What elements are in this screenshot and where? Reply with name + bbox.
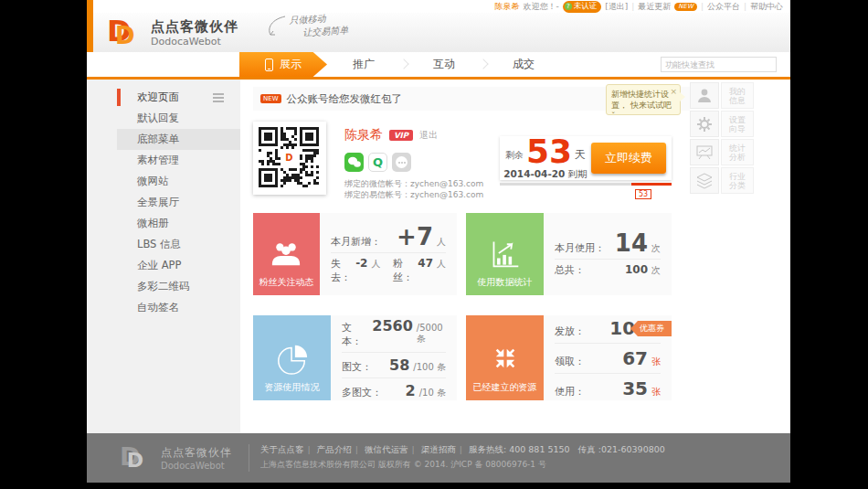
row-unit: 次 xyxy=(651,264,661,277)
row-label: 文本： xyxy=(342,321,365,348)
industry-category-button[interactable] xyxy=(690,167,719,194)
sidebar: 欢迎页面 默认回复 底部菜单 素材管理 微网站 全景展厅 微相册 LBS 信息 … xyxy=(87,80,240,433)
menu-list-icon[interactable] xyxy=(213,93,224,102)
footer-fax: 传真 :021-60390800 xyxy=(578,444,665,454)
tab-tuiguang[interactable]: 推广 xyxy=(327,52,400,77)
quick-menu: 我的信息 设置向导 统计分析 行业分类 xyxy=(690,82,756,196)
collapse-arrows-icon xyxy=(490,343,521,374)
expire-label: 到期 xyxy=(568,168,587,179)
verify-status-badge[interactable]: ?未认证 xyxy=(563,1,602,13)
coupon-card: 已经建立的资源 优惠券 发放： 100 张 领取： 67 张 使用： xyxy=(466,315,672,400)
sidebar-item-lbs[interactable]: LBS 信息 xyxy=(117,234,240,255)
footer-link-wechat-agent[interactable]: 微信代运营 xyxy=(365,444,408,454)
footer-hotline: 服务热线: 400 881 5150 xyxy=(469,444,570,454)
sidebar-item-auto-signature[interactable]: 自动签名 xyxy=(117,297,240,318)
quick-menu-label: 统计分析 xyxy=(721,139,754,165)
qr-code-box: D xyxy=(253,122,326,195)
row-label: 本月新增： xyxy=(331,235,381,249)
row-label: 图文： xyxy=(342,360,372,374)
yixin-glyph: Q xyxy=(373,155,383,169)
topbar-separator: | xyxy=(701,2,704,11)
active-indicator xyxy=(117,89,121,106)
footer-link-channel[interactable]: 渠道招商 xyxy=(421,444,456,454)
progress-tip: 53 xyxy=(635,189,651,199)
topbar-separator: | xyxy=(744,2,746,11)
new-badge: NEW xyxy=(674,3,697,11)
month-usage-value: 14 xyxy=(615,231,648,255)
stats-analysis-button[interactable] xyxy=(690,139,719,165)
header: DD 点点客微伙伴 DodocaWebot 只做移动 让交易简单 xyxy=(87,13,790,52)
stats-setting-tooltip: 新增快捷统计设置， 快来试试吧 ˇ × xyxy=(606,84,681,115)
profile-logout-link[interactable]: 退出 xyxy=(419,129,438,142)
days-unit: 天 xyxy=(575,147,586,167)
main-nav: 展示 推广 互动 成交 xyxy=(87,52,790,77)
chart-up-icon xyxy=(489,239,522,270)
public-platform-link[interactable]: 公众平台 xyxy=(707,1,740,13)
row-unit: /5000 条 xyxy=(417,323,446,345)
topbar-welcome: 欢迎您！- xyxy=(523,1,558,13)
sidebar-item-label: 默认回复 xyxy=(137,112,179,124)
sidebar-item-welcome[interactable]: 欢迎页面 xyxy=(117,87,240,108)
search-input[interactable] xyxy=(662,60,778,69)
new-fans-value: +7 xyxy=(397,225,433,249)
sidebar-item-panorama[interactable]: 全景展厅 xyxy=(117,192,240,213)
card-title: 资源使用情况 xyxy=(253,381,331,394)
sidebar-item-label: 欢迎页面 xyxy=(137,90,179,103)
sidebar-item-bottom-menu[interactable]: 底部菜单 xyxy=(117,129,240,150)
gear-icon xyxy=(696,116,713,133)
row-unit: /100 条 xyxy=(413,361,446,374)
sidebar-item-microsite[interactable]: 微网站 xyxy=(117,171,240,192)
help-center-link[interactable]: 帮助中心 xyxy=(750,1,783,13)
dodoca-logo-icon: DD xyxy=(107,16,143,49)
logo-subtitle: DodocaWebot xyxy=(151,36,238,48)
footer-links: 关于点点客| 产品介绍| 微信代运营| 渠道招商| 服务热线: 400 881 … xyxy=(260,444,665,456)
row-label: 粉丝： xyxy=(393,257,414,284)
claimed-value: 67 xyxy=(622,347,648,369)
fans-card: 粉丝关注动态 本月新增： +7 人 失去： -2 人 粉丝： 47 人 xyxy=(253,213,457,295)
tab-label: 互动 xyxy=(433,57,455,72)
quick-menu-label: 我的信息 xyxy=(721,82,754,109)
card-title: 已经建立的资源 xyxy=(466,381,544,394)
footer: DD 点点客微伙伴 DodocaWebot 关于点点客| 产品介绍| 微信代运营… xyxy=(87,433,790,483)
renewal-panel: 剩余 53 天 2014-04-20 到期 立即续费 xyxy=(500,136,672,180)
footer-separator: | xyxy=(411,444,414,454)
sidebar-item-album[interactable]: 微相册 xyxy=(117,213,240,234)
tab-chengjiao[interactable]: 成交 xyxy=(487,52,560,77)
recent-updates-link[interactable]: 最近更新 xyxy=(638,1,671,13)
quick-menu-label: 设置向导 xyxy=(721,111,754,137)
yixin-binding: 绑定的易信帐号：zychen@163.com xyxy=(344,189,483,201)
sidebar-item-default-reply[interactable]: 默认回复 xyxy=(117,108,240,129)
remaining-days: 53 xyxy=(526,136,572,167)
topbar-username: 陈泉希 xyxy=(494,1,519,13)
row-unit: 人 xyxy=(371,258,380,271)
renew-now-button[interactable]: 立即续费 xyxy=(591,143,666,174)
person-icon xyxy=(696,88,713,103)
app-logo[interactable]: DD 点点客微伙伴 DodocaWebot xyxy=(107,16,238,49)
setup-wizard-button[interactable] xyxy=(690,111,719,137)
footer-link-products[interactable]: 产品介绍 xyxy=(317,444,352,454)
remain-label: 剩余 xyxy=(505,149,524,167)
sidebar-item-material[interactable]: 素材管理 xyxy=(117,150,240,171)
row-unit: 张 xyxy=(651,356,661,368)
layers-icon xyxy=(695,173,714,189)
wechat-icon[interactable] xyxy=(344,153,364,172)
row-label: 使用： xyxy=(555,385,585,399)
quick-search-box xyxy=(661,57,777,72)
logout-link[interactable]: [退出] xyxy=(605,1,628,13)
qr-finder xyxy=(259,168,278,187)
my-info-button[interactable] xyxy=(690,82,719,109)
tab-hudong[interactable]: 互动 xyxy=(408,52,481,77)
sidebar-item-enterprise-app[interactable]: 企业 APP xyxy=(117,255,240,276)
sidebar-item-label: 企业 APP xyxy=(137,259,181,271)
verify-label: 未认证 xyxy=(574,1,598,12)
yixin-icon[interactable]: Q xyxy=(368,153,387,172)
footer-link-about[interactable]: 关于点点客 xyxy=(260,444,304,454)
row-unit: 张 xyxy=(651,386,661,399)
footer-separator: | xyxy=(355,444,358,454)
tab-zhanshi[interactable]: 展示 xyxy=(239,52,327,77)
footer-logo: DD 点点客微伙伴 DodocaWebot xyxy=(117,441,232,474)
close-icon[interactable]: × xyxy=(670,86,677,97)
sidebar-item-color-qrcode[interactable]: 多彩二维码 xyxy=(117,276,240,297)
footer-logo-subtitle: DodocaWebot xyxy=(161,461,232,471)
lost-fans-value: -2 xyxy=(355,257,367,270)
